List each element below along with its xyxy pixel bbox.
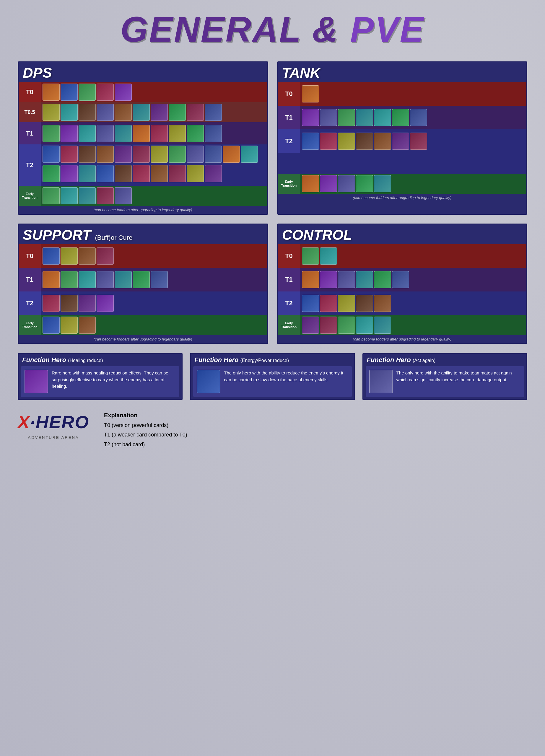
hero-icon [79,146,96,163]
hero-icon [43,84,60,101]
hero-icon [302,247,319,265]
hero-icon [302,271,319,288]
support-t2-row: T2 [19,291,267,315]
hero-icon [320,109,337,126]
hero-icon [97,84,114,101]
hero-icon [43,317,60,334]
hero-icon [320,317,337,334]
hero-icon [374,295,391,312]
support-title: SUPPORT (Buff)or Cure [19,224,267,244]
early-label: EarlyTransition [19,186,41,206]
hero-icon [133,125,150,142]
fh3-title-text: Function Hero [367,356,411,364]
fh1-body: Rare hero with mass healing reduction ef… [21,366,179,397]
hero-icon [356,133,373,150]
hero-icon [338,109,355,126]
support-t1-content [41,268,267,291]
control-t1-content [300,268,527,291]
hero-icon [356,175,373,192]
control-table: CONTROL T0 T1 [277,224,528,344]
dps-early-row: EarlyTransition [19,186,267,206]
hero-icon [115,104,132,121]
fh2-hero-img [197,370,220,393]
control-title: CONTROL [278,224,527,244]
hero-icon [187,104,204,121]
hero-icon [97,104,114,121]
hero-icon [151,165,168,182]
page-title: GENERAL & PVE [18,9,527,50]
explanation-lines: T0 (version powerful cards) T1 (a weaker… [104,421,187,449]
dps-t05-content [41,102,267,122]
function-hero-section: Function Hero (Healing reduce) Rare hero… [18,353,527,400]
hero-icon [115,187,132,204]
fh1-hero-img [25,370,48,393]
hero-icon [302,295,319,312]
hero-icon [61,165,78,182]
support-title-text: SUPPORT [23,227,91,243]
hero-icon [97,247,114,265]
hero-icon [356,271,373,288]
early-label: EarlyTransition [278,174,300,194]
hero-icon [338,175,355,192]
hero-icon [61,104,78,121]
logo-x: X [18,412,30,432]
hero-icon [151,104,168,121]
hero-icon [151,271,168,288]
t1-label: T1 [278,106,300,129]
tank-t1-content [300,106,527,129]
hero-icon [115,271,132,288]
hero-icon [223,146,240,163]
t2-label: T2 [19,144,41,186]
dps-t2-content [41,144,267,186]
t0-label: T0 [278,82,300,106]
hero-icon [97,295,114,312]
fh3-description: The only hero with the ability to make t… [396,370,520,393]
hero-icon [97,125,114,142]
support-early-row: EarlyTransition [19,315,267,335]
hero-icon [338,295,355,312]
dps-t1-content [41,122,267,144]
hero-icon [392,271,409,288]
hero-icon [115,125,132,142]
hero-icon [79,125,96,142]
hero-icon [410,109,427,126]
hero-icon [187,165,204,182]
logo-text: HERO [36,412,89,432]
hero-icon [61,317,78,334]
logo-area: X·X·HEROHERO ADVENTURE ARENA [18,412,89,440]
hero-icon [61,84,78,101]
control-t0-content [300,244,527,268]
dps-table: DPS T0 T0.5 [18,61,268,215]
hero-icon [320,247,337,265]
hero-icon [187,125,204,142]
hero-icon [79,295,96,312]
hero-icon [79,187,96,204]
dps-t1-row: T1 [19,122,267,144]
fh2-title: Function Hero (Energy/Power reduce) [191,354,354,366]
explanation-line-3: T2 (not bad card) [104,440,187,449]
dps-t0-row: T0 [19,82,267,102]
hero-icon [133,146,150,163]
hero-icon [97,271,114,288]
hero-icon [302,85,319,102]
hero-icon [338,271,355,288]
fh3-body: The only hero with the ability to make t… [366,366,524,397]
hero-icon [205,125,222,142]
hero-icon [205,146,222,163]
hero-icon [43,165,60,182]
hero-icon [320,133,337,150]
hero-icon [374,109,391,126]
hero-icon [320,175,337,192]
support-t0-content [41,244,267,268]
fh2-description: The only hero with the ability to reduce… [224,370,348,393]
hero-icon [43,187,60,204]
t0-label: T0 [19,244,41,268]
support-t0-row: T0 [19,244,267,268]
footer-section: X·X·HEROHERO ADVENTURE ARENA Explanation… [18,409,527,449]
support-table: SUPPORT (Buff)or Cure T0 T1 [18,224,268,344]
support-t1-row: T1 [19,268,267,291]
t2-label: T2 [19,291,41,315]
hero-icon [43,146,60,163]
t0-label: T0 [278,244,300,268]
hero-icon [169,165,186,182]
